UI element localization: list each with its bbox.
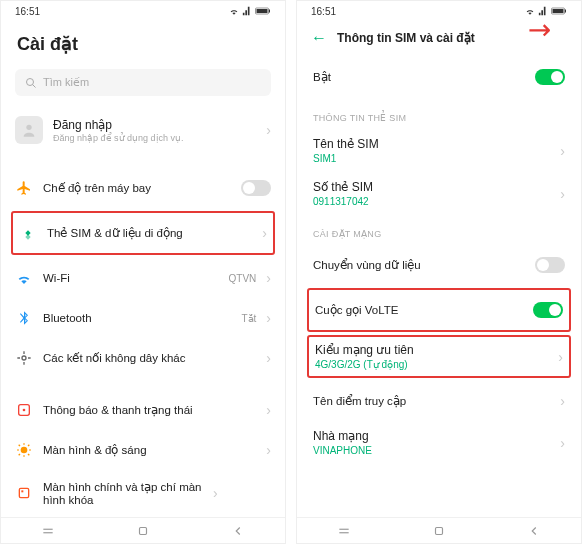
svg-rect-16 [553, 9, 564, 13]
volte-label: Cuộc gọi VoLTE [315, 303, 523, 317]
wifi-row[interactable]: Wi-Fi QTVN › [1, 258, 285, 298]
home-lock-label: Màn hình chính và tạp chí màn hình khóa [43, 480, 203, 506]
carrier-row[interactable]: Nhà mạng VINAPHONE › [297, 421, 581, 464]
carrier-label: Nhà mạng [313, 429, 560, 443]
nav-home-icon[interactable] [135, 523, 151, 539]
svg-rect-20 [435, 527, 442, 534]
notify-row[interactable]: Thông báo & thanh trạng thái › [1, 390, 285, 430]
chevron-right-icon: › [560, 186, 565, 202]
brightness-icon [15, 441, 33, 459]
search-placeholder: Tìm kiếm [43, 76, 89, 89]
sim-icon [19, 224, 37, 242]
bluetooth-icon [15, 309, 33, 327]
left-phone-screen: 16:51 Cài đặt Tìm kiếm Đăng nhập Đăng nh… [0, 0, 286, 544]
avatar-icon [15, 116, 43, 144]
connection-icon [15, 349, 33, 367]
chevron-right-icon: › [213, 485, 218, 501]
login-row[interactable]: Đăng nhập Đăng nhập để sử dụng dịch vụ. … [15, 106, 271, 154]
wifi-value: QTVN [229, 273, 257, 284]
chevron-right-icon: › [266, 402, 271, 418]
sim-row[interactable]: Thẻ SIM & dữ liệu di động › [13, 213, 273, 253]
volte-toggle[interactable] [533, 302, 563, 318]
airplane-toggle[interactable] [241, 180, 271, 196]
volte-highlight: Cuộc gọi VoLTE [307, 288, 571, 332]
status-bar: 16:51 [1, 1, 285, 21]
sim-label: Thẻ SIM & dữ liệu di động [47, 226, 252, 240]
chevron-right-icon: › [560, 435, 565, 451]
preferred-value: 4G/3G/2G (Tự động) [315, 359, 558, 370]
status-icons [525, 6, 567, 16]
airplane-row[interactable]: Chế độ trên máy bay [1, 168, 285, 208]
svg-rect-2 [269, 10, 270, 13]
nav-recent-icon[interactable] [336, 523, 352, 539]
nav-bar [297, 517, 581, 543]
preferred-highlight: Kiểu mạng ưu tiên 4G/3G/2G (Tự động) › [307, 335, 571, 378]
enable-row[interactable]: Bật [297, 55, 581, 99]
notify-icon [15, 401, 33, 419]
bluetooth-label: Bluetooth [43, 312, 231, 324]
nav-home-icon[interactable] [431, 523, 447, 539]
other-wireless-label: Các kết nối không dây khác [43, 351, 256, 365]
status-time: 16:51 [311, 6, 336, 17]
svg-rect-17 [565, 10, 566, 13]
svg-rect-12 [44, 528, 53, 529]
login-title: Đăng nhập [53, 118, 256, 132]
chevron-right-icon: › [266, 442, 271, 458]
wifi-icon [525, 6, 535, 16]
sim-name-value: SIM1 [313, 153, 560, 164]
nav-back-icon[interactable] [230, 523, 246, 539]
svg-rect-19 [340, 532, 349, 533]
battery-icon [255, 6, 271, 16]
airplane-label: Chế độ trên máy bay [43, 181, 231, 195]
preferred-label: Kiểu mạng ưu tiên [315, 343, 558, 357]
sim-number-value: 0911317042 [313, 196, 560, 207]
sim-number-label: Số thẻ SIM [313, 180, 560, 194]
volte-row[interactable]: Cuộc gọi VoLTE [309, 290, 569, 330]
section-network: CÀI ĐẶT MẠNG [297, 215, 581, 245]
svg-point-8 [23, 409, 26, 412]
chevron-right-icon: › [262, 225, 267, 241]
svg-rect-14 [139, 527, 146, 534]
header: ← Thông tin SIM và cài đặt [297, 21, 581, 55]
wifi-icon [229, 6, 239, 16]
section-sim-info: THÔNG TIN THẺ SIM [297, 99, 581, 129]
nav-bar [1, 517, 285, 543]
chevron-right-icon: › [266, 350, 271, 366]
back-button[interactable]: ← [311, 29, 327, 47]
roaming-label: Chuyển vùng dữ liệu [313, 258, 525, 272]
svg-line-4 [33, 84, 36, 87]
chevron-right-icon: › [558, 349, 563, 365]
bluetooth-row[interactable]: Bluetooth Tắt › [1, 298, 285, 338]
search-input[interactable]: Tìm kiếm [15, 69, 271, 96]
enable-toggle[interactable] [535, 69, 565, 85]
chevron-right-icon: › [560, 393, 565, 409]
page-title: Cài đặt [1, 21, 285, 63]
svg-rect-10 [19, 488, 28, 497]
apn-label: Tên điểm truy cập [313, 394, 550, 408]
sim-name-label: Tên thẻ SIM [313, 137, 560, 151]
home-lock-icon [15, 484, 33, 502]
sim-number-row[interactable]: Số thẻ SIM 0911317042 › [297, 172, 581, 215]
bluetooth-value: Tắt [241, 313, 256, 324]
roaming-toggle[interactable] [535, 257, 565, 273]
login-sub: Đăng nhập để sử dụng dịch vụ. [53, 133, 256, 143]
roaming-row[interactable]: Chuyển vùng dữ liệu [297, 245, 581, 285]
airplane-icon [15, 179, 33, 197]
display-label: Màn hình & độ sáng [43, 443, 256, 457]
nav-back-icon[interactable] [526, 523, 542, 539]
svg-rect-18 [340, 528, 349, 529]
wifi-label: Wi-Fi [43, 272, 219, 284]
sim-highlight: Thẻ SIM & dữ liệu di động › [11, 211, 275, 255]
apn-row[interactable]: Tên điểm truy cập › [297, 381, 581, 421]
home-lock-row[interactable]: Màn hình chính và tạp chí màn hình khóa … [1, 470, 285, 516]
chevron-right-icon: › [266, 270, 271, 286]
preferred-row[interactable]: Kiểu mạng ưu tiên 4G/3G/2G (Tự động) › [309, 337, 569, 376]
sim-name-row[interactable]: Tên thẻ SIM SIM1 › [297, 129, 581, 172]
status-time: 16:51 [15, 6, 40, 17]
display-row[interactable]: Màn hình & độ sáng › [1, 430, 285, 470]
other-wireless-row[interactable]: Các kết nối không dây khác › [1, 338, 285, 378]
svg-rect-11 [21, 490, 23, 492]
nav-recent-icon[interactable] [40, 523, 56, 539]
wifi-icon [15, 269, 33, 287]
status-icons [229, 6, 271, 16]
